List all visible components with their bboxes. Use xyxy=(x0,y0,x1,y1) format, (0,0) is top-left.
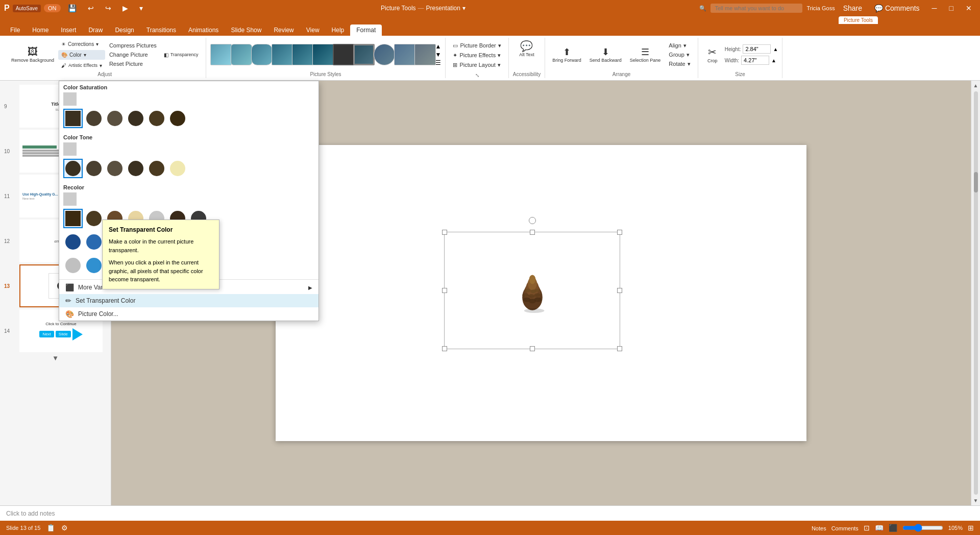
picture-layout-button[interactable]: ⊞ Picture Layout ▾ xyxy=(450,61,504,69)
rotate-handle[interactable] xyxy=(529,217,536,224)
handle-middle-left[interactable] xyxy=(442,288,447,293)
style-10[interactable] xyxy=(394,44,415,65)
selected-image[interactable] xyxy=(444,232,620,349)
corrections-button[interactable]: ☀ Corrections ▾ xyxy=(58,39,105,49)
style-3[interactable] xyxy=(251,44,273,65)
tone-swatch-selected[interactable] xyxy=(63,159,83,178)
tab-file[interactable]: File xyxy=(4,25,26,36)
picture-effects-button[interactable]: ✦ Picture Effects ▾ xyxy=(450,51,504,60)
style-6[interactable] xyxy=(312,44,334,65)
sat-swatch-1[interactable] xyxy=(84,109,104,128)
tab-draw[interactable]: Draw xyxy=(82,25,109,36)
fit-window-button[interactable]: ⊞ xyxy=(968,524,974,532)
selection-pane-button[interactable]: ☰ Selection Pane xyxy=(627,44,664,65)
align-button[interactable]: Align▾ xyxy=(666,41,693,50)
style-1[interactable] xyxy=(210,44,232,65)
style-4[interactable] xyxy=(272,44,293,65)
undo-button[interactable]: ↩ xyxy=(84,2,98,14)
reset-picture-button[interactable]: Reset Picture xyxy=(106,60,160,68)
tone-swatch-4[interactable] xyxy=(147,159,166,178)
style-9[interactable] xyxy=(374,44,395,65)
more-button[interactable]: ▾ xyxy=(135,2,147,14)
recolor-s1[interactable] xyxy=(84,209,104,228)
zoom-slider[interactable] xyxy=(902,524,943,532)
style-7[interactable] xyxy=(333,44,354,65)
tone-swatch-5[interactable] xyxy=(168,159,187,178)
handle-bottom-left[interactable] xyxy=(442,346,447,351)
notes-button[interactable]: Notes xyxy=(812,523,826,532)
scroll-up-button[interactable]: ▲ xyxy=(973,83,978,88)
slide-canvas[interactable] xyxy=(276,145,806,441)
rotate-button[interactable]: Rotate▾ xyxy=(666,60,693,68)
tone-swatch-3[interactable] xyxy=(126,159,145,178)
present-button[interactable]: ▶ xyxy=(118,2,132,14)
tab-review[interactable]: Review xyxy=(267,25,300,36)
handle-top-left[interactable] xyxy=(442,230,447,235)
close-button[interactable]: ✕ xyxy=(962,2,976,14)
handle-middle-right[interactable] xyxy=(617,288,622,293)
scroll-down-button[interactable]: ▼ xyxy=(973,498,978,503)
style-8[interactable] xyxy=(353,44,375,65)
crop-button[interactable]: ✂ Crop xyxy=(702,44,723,65)
note-bar[interactable]: Click to add notes xyxy=(0,505,980,521)
recolor-c2[interactable] xyxy=(84,256,104,275)
group-button[interactable]: Group▾ xyxy=(666,51,693,59)
styles-scroll-up[interactable]: ▲ xyxy=(435,43,442,50)
style-5[interactable] xyxy=(292,44,313,65)
autosave-toggle[interactable]: ON xyxy=(44,4,61,12)
slide-panel-scroll-down[interactable]: ▼ xyxy=(52,354,59,362)
view-normal-icon[interactable]: ⊡ xyxy=(864,524,870,532)
recolor-swatch-sel[interactable] xyxy=(63,209,83,228)
tab-home[interactable]: Home xyxy=(26,25,55,36)
tone-swatch-1[interactable] xyxy=(84,159,104,178)
picture-border-button[interactable]: ▭ Picture Border ▾ xyxy=(450,41,504,50)
search-input[interactable] xyxy=(710,4,802,13)
styles-scroll-down[interactable]: ▼ xyxy=(435,51,442,58)
height-spin-up[interactable]: ▲ xyxy=(773,46,778,52)
compress-pictures-button[interactable]: Compress Pictures xyxy=(106,41,160,50)
maximize-button[interactable]: □ xyxy=(945,2,958,14)
tab-help[interactable]: Help xyxy=(326,25,351,36)
bring-forward-button[interactable]: ⬆ Bring Forward xyxy=(549,44,584,65)
tab-insert[interactable]: Insert xyxy=(55,25,82,36)
comments-button[interactable]: Comments xyxy=(831,523,859,532)
comments-header-button[interactable]: 💬 Comments xyxy=(870,2,924,14)
set-transparent-color-item[interactable]: ✏ Set Transparent Color xyxy=(59,294,318,307)
handle-bottom-right[interactable] xyxy=(617,346,622,351)
tone-swatch-2[interactable] xyxy=(105,159,125,178)
style-2[interactable] xyxy=(231,44,252,65)
view-reading-icon[interactable]: 📖 xyxy=(875,524,884,532)
width-spin-up[interactable]: ▲ xyxy=(771,58,776,63)
sat-swatch-selected[interactable] xyxy=(63,109,83,128)
redo-button[interactable]: ↪ xyxy=(101,2,115,14)
change-picture-button[interactable]: Change Picture xyxy=(106,51,160,59)
send-backward-button[interactable]: ⬇ Send Backward xyxy=(586,44,625,65)
height-input[interactable] xyxy=(743,44,771,54)
sat-swatch-4[interactable] xyxy=(147,109,166,128)
alt-text-button[interactable]: 💬 Alt Text xyxy=(516,38,537,59)
recolor-b2[interactable] xyxy=(84,232,104,252)
view-slide-show-icon[interactable]: ⬛ xyxy=(889,524,897,532)
width-input[interactable] xyxy=(741,56,769,65)
color-button[interactable]: 🎨 Color ▾ xyxy=(58,50,105,60)
styles-expand[interactable]: ☰ xyxy=(435,59,442,66)
tab-design[interactable]: Design xyxy=(109,25,140,36)
remove-background-button[interactable]: 🖼 Remove Background xyxy=(8,44,57,65)
handle-top-middle[interactable] xyxy=(530,230,535,235)
tab-format[interactable]: Format xyxy=(350,25,382,36)
tab-transitions[interactable]: Transitions xyxy=(140,25,182,36)
share-button[interactable]: Share xyxy=(839,2,866,14)
tab-animations[interactable]: Animations xyxy=(182,25,225,36)
minimize-button[interactable]: ─ xyxy=(928,2,941,14)
recolor-c1[interactable] xyxy=(63,256,83,275)
sat-swatch-3[interactable] xyxy=(126,109,145,128)
tab-slideshow[interactable]: Slide Show xyxy=(225,25,267,36)
handle-top-right[interactable] xyxy=(617,230,622,235)
sat-swatch-2[interactable] xyxy=(105,109,125,128)
recolor-b1[interactable] xyxy=(63,232,83,252)
transparency-button[interactable]: ◧ Transparency xyxy=(161,50,202,60)
artistic-effects-button[interactable]: 🖌 Artistic Effects ▾ xyxy=(58,61,105,70)
tab-view[interactable]: View xyxy=(300,25,326,36)
handle-bottom-middle[interactable] xyxy=(530,346,535,351)
picture-color-item[interactable]: 🎨 Picture Color... xyxy=(59,307,318,321)
